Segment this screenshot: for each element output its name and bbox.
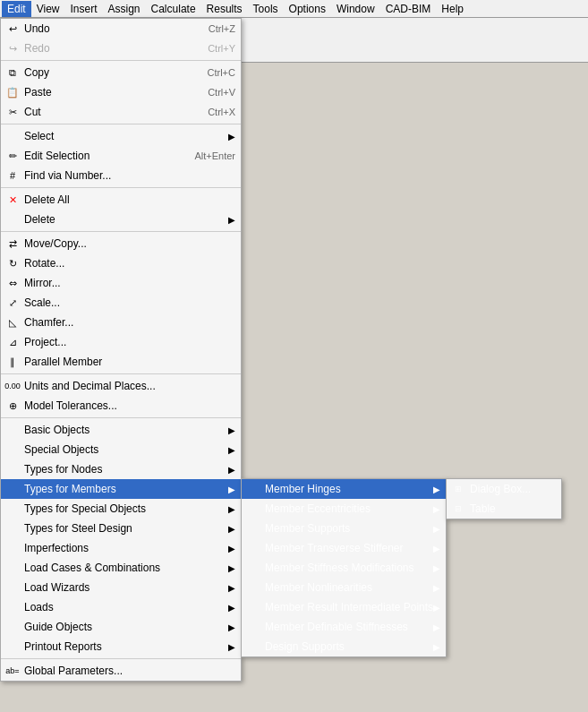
loads-arrow: ▶ xyxy=(228,603,235,613)
menu-item-load-wizards[interactable]: Load Wizards ▶ xyxy=(1,578,241,597)
menu-calculate[interactable]: Calculate xyxy=(146,1,201,17)
mirror-label: Mirror... xyxy=(24,277,61,289)
imperfections-label: Imperfections xyxy=(24,542,89,554)
menu-assign[interactable]: Assign xyxy=(103,1,146,17)
basic-objects-label: Basic Objects xyxy=(24,424,89,436)
menu-item-delete[interactable]: Delete ▶ xyxy=(1,210,241,229)
paste-label: Paste xyxy=(24,86,52,99)
menu-item-basic-objects[interactable]: Basic Objects ▶ xyxy=(1,420,241,440)
menu-item-chamfer[interactable]: ◺ Chamfer... xyxy=(1,313,241,332)
menu-item-load-cases[interactable]: Load Cases & Combinations ▶ xyxy=(1,558,241,578)
menu-item-find-via-number[interactable]: # Find via Number... xyxy=(1,166,241,185)
member-nonlinearities-label: Member Nonlinearities xyxy=(265,581,372,594)
copy-icon: ⧉ xyxy=(4,64,21,81)
rotate-label: Rotate... xyxy=(24,257,64,270)
menu-item-project[interactable]: ⊿ Project... xyxy=(1,332,241,352)
parallel-member-icon: ∥ xyxy=(4,354,21,370)
menu-tools[interactable]: Tools xyxy=(248,1,284,17)
menu-item-mirror[interactable]: ⇔ Mirror... xyxy=(1,273,241,293)
menu-item-paste[interactable]: 📋 Paste Ctrl+V xyxy=(1,82,241,102)
edit-dropdown-menu: ↩ Undo Ctrl+Z ↪ Redo Ctrl+Y ⧉ Copy Ctrl+… xyxy=(0,18,242,682)
menu-item-dialog-box[interactable]: ⊞ Dialog Box... xyxy=(447,479,561,499)
member-result-intermediate-label: Member Result Intermediate Points xyxy=(265,601,433,613)
copy-label: Copy xyxy=(24,66,49,79)
rotate-icon: ↻ xyxy=(4,255,21,271)
project-icon: ⊿ xyxy=(4,334,21,350)
member-eccentricities-label: Member Eccentricities xyxy=(265,502,371,515)
edit-selection-icon: ✏ xyxy=(4,148,21,164)
menu-item-copy[interactable]: ⧉ Copy Ctrl+C xyxy=(1,63,241,82)
menu-item-special-objects[interactable]: Special Objects ▶ xyxy=(1,440,241,459)
menu-item-guide-objects[interactable]: Guide Objects ▶ xyxy=(1,617,241,637)
types-steel-label: Types for Steel Design xyxy=(24,522,132,535)
separator-7 xyxy=(1,658,241,659)
cut-shortcut: Ctrl+X xyxy=(190,107,235,117)
menu-item-member-definable[interactable]: Member Definable Stiffnesses ▶ xyxy=(242,617,446,637)
edit-selection-shortcut: Alt+Enter xyxy=(176,150,235,161)
menu-item-move-copy[interactable]: ⇄ Move/Copy... xyxy=(1,234,241,253)
menu-view[interactable]: View xyxy=(31,1,65,17)
types-for-nodes-icon xyxy=(4,461,21,477)
menu-help[interactable]: Help xyxy=(436,1,469,17)
units-decimal-icon: 0.00 xyxy=(4,378,21,394)
cut-icon: ✂ xyxy=(4,104,21,120)
member-hinges-label: Member Hinges xyxy=(265,483,341,495)
menu-item-member-nonlinearities[interactable]: Member Nonlinearities ▶ xyxy=(242,578,446,597)
menu-item-types-for-nodes[interactable]: Types for Nodes ▶ xyxy=(1,459,241,479)
menu-item-undo[interactable]: ↩ Undo Ctrl+Z xyxy=(1,19,241,39)
menu-item-printout-reports[interactable]: Printout Reports ▶ xyxy=(1,637,241,656)
menu-item-units-decimal[interactable]: 0.00 Units and Decimal Places... xyxy=(1,376,241,396)
menu-item-table[interactable]: ⊟ Table xyxy=(447,499,561,519)
menu-options[interactable]: Options xyxy=(284,1,331,17)
menu-item-member-supports[interactable]: Member Supports ▶ xyxy=(242,519,446,538)
load-wizards-label: Load Wizards xyxy=(24,581,89,594)
menu-item-global-parameters[interactable]: ab= Global Parameters... xyxy=(1,661,241,681)
menu-edit[interactable]: Edit xyxy=(2,1,31,17)
menu-item-member-stiffness[interactable]: Member Stiffness Modifications ▶ xyxy=(242,558,446,578)
menu-item-delete-all[interactable]: ✕ Delete All xyxy=(1,190,241,210)
global-parameters-icon: ab= xyxy=(4,663,21,679)
types-for-members-icon xyxy=(4,481,21,497)
menu-item-design-supports[interactable]: Design Supports ▶ xyxy=(242,637,446,656)
types-special-label: Types for Special Objects xyxy=(24,502,146,515)
types-steel-icon xyxy=(4,520,21,536)
menu-item-types-special[interactable]: Types for Special Objects ▶ xyxy=(1,499,241,519)
menu-results[interactable]: Results xyxy=(201,1,248,17)
menu-item-edit-selection[interactable]: ✏ Edit Selection Alt+Enter xyxy=(1,146,241,166)
menu-item-scale[interactable]: ⤢ Scale... xyxy=(1,293,241,313)
global-parameters-label: Global Parameters... xyxy=(24,665,123,677)
load-cases-icon xyxy=(4,560,21,576)
member-stiffness-icon xyxy=(245,560,261,576)
parallel-member-label: Parallel Member xyxy=(24,356,102,368)
separator-2 xyxy=(1,124,241,124)
printout-reports-icon xyxy=(4,639,21,655)
menu-item-member-hinges[interactable]: Member Hinges ▶ ⊞ Dialog Box... ⊟ Table xyxy=(242,479,446,499)
printout-reports-label: Printout Reports xyxy=(24,640,102,653)
menu-item-cut[interactable]: ✂ Cut Ctrl+X xyxy=(1,102,241,122)
undo-label: Undo xyxy=(24,22,50,35)
menu-item-member-eccentricities[interactable]: Member Eccentricities ▶ xyxy=(242,499,446,519)
menu-item-loads[interactable]: Loads ▶ xyxy=(1,597,241,617)
types-for-nodes-arrow: ▶ xyxy=(228,465,235,475)
member-eccentricities-icon xyxy=(245,501,261,517)
menu-item-member-result-intermediate[interactable]: Member Result Intermediate Points ▶ xyxy=(242,597,446,617)
menu-window[interactable]: Window xyxy=(331,1,380,17)
menu-item-types-steel[interactable]: Types for Steel Design ▶ xyxy=(1,519,241,538)
menu-item-types-for-members[interactable]: Types for Members ▶ Member Hinges ▶ ⊞ Di… xyxy=(1,479,241,499)
design-supports-label: Design Supports xyxy=(265,640,345,653)
chamfer-label: Chamfer... xyxy=(24,316,73,329)
menu-item-parallel-member[interactable]: ∥ Parallel Member xyxy=(1,352,241,372)
imperfections-icon xyxy=(4,540,21,556)
menu-cadbim[interactable]: CAD-BIM xyxy=(380,1,437,17)
member-transverse-icon xyxy=(245,540,261,556)
menu-item-imperfections[interactable]: Imperfections ▶ xyxy=(1,538,241,558)
units-decimal-label: Units and Decimal Places... xyxy=(24,380,156,392)
member-transverse-arrow: ▶ xyxy=(433,544,440,553)
menu-item-rotate[interactable]: ↻ Rotate... xyxy=(1,253,241,273)
menu-item-redo[interactable]: ↪ Redo Ctrl+Y xyxy=(1,39,241,58)
menu-item-model-tolerances[interactable]: ⊕ Model Tolerances... xyxy=(1,396,241,416)
basic-objects-arrow: ▶ xyxy=(228,425,235,435)
menu-item-member-transverse[interactable]: Member Transverse Stiffener ▶ xyxy=(242,538,446,558)
menu-item-select[interactable]: Select ▶ xyxy=(1,126,241,146)
menu-insert[interactable]: Insert xyxy=(64,1,102,17)
